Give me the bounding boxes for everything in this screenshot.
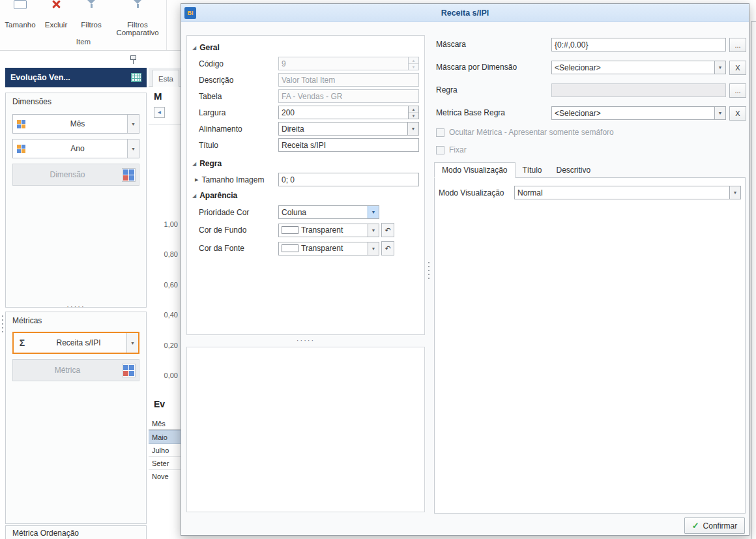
ocultar-metrica-label: Ocultar Métrica - Apresentar somente sem… <box>449 128 614 137</box>
sidebar-edge-splitter[interactable] <box>1 315 5 332</box>
regra-label: Regra <box>436 85 458 95</box>
cor-fundo-dropdown[interactable]: Transparent ▼ <box>278 224 379 237</box>
dimension-drop-slot[interactable]: Dimensão <box>12 164 139 186</box>
tab-titulo[interactable]: Título <box>516 162 549 178</box>
collapsed-icon[interactable]: ▶ <box>195 177 198 182</box>
property-splitter-handle[interactable]: ····· <box>186 336 425 344</box>
mascara-dim-dropdown[interactable]: <Selecionar> ▼ <box>551 61 726 74</box>
backdrop-panel-title: M <box>154 91 162 102</box>
axis-label: 0,00 <box>149 371 178 379</box>
mascara-input[interactable]: {0:#,0.00} <box>551 38 726 51</box>
property-grid: ◢ Geral Código 9 ▲▼ Descrição Valor Tota… <box>186 35 425 335</box>
backdrop-tabbar: Esta <box>149 68 181 87</box>
cor-fundo-label: Cor de Fundo <box>187 226 278 235</box>
expanded-icon: ◢ <box>192 45 196 51</box>
metrica-base-clear-button[interactable]: X <box>729 106 746 121</box>
panel-title: Evolução Ven... <box>5 68 147 87</box>
nav-left-button[interactable]: ◄ <box>154 107 165 118</box>
dialog-splitter-handle[interactable] <box>427 262 431 279</box>
field-chooser-icon[interactable] <box>122 364 136 377</box>
reset-color-button[interactable]: ↶ <box>381 223 394 237</box>
ocultar-metrica-checkbox[interactable] <box>436 128 444 137</box>
table-row[interactable]: Maio <box>149 430 181 444</box>
chevron-down-icon[interactable]: ▼ <box>714 61 725 74</box>
bi-logo-icon: BI <box>184 7 196 19</box>
prioridade-dropdown[interactable]: Coluna ▼ <box>278 205 379 219</box>
metric-item-receita[interactable]: Σ Receita s/IPI ▼ <box>12 332 139 354</box>
property-row-cor-fundo: Cor de Fundo Transparent ▼ ↶ <box>187 221 424 239</box>
tabela-label: Tabela <box>187 92 278 101</box>
dimension-icon <box>17 145 25 153</box>
dialog-titlebar[interactable]: Receita s/IPI BI <box>181 4 749 22</box>
alinhamento-dropdown[interactable]: Direita ▼ <box>278 122 419 136</box>
color-swatch <box>282 244 298 252</box>
property-row-codigo: Código 9 ▲▼ <box>187 55 424 72</box>
dimension-item-mes[interactable]: Mês ▼ <box>12 114 139 134</box>
property-row-alinhamento: Alinhamento Direita ▼ <box>187 121 424 137</box>
spinner[interactable]: ▲▼ <box>408 57 418 70</box>
table-row[interactable]: Nove <box>149 470 181 483</box>
axis-label: 1,00 <box>149 220 178 228</box>
filter-icon <box>86 0 96 8</box>
mascara-browse-button[interactable]: ... <box>729 38 746 52</box>
chevron-down-icon[interactable]: ▼ <box>127 115 139 133</box>
alinhamento-label: Alinhamento <box>187 124 278 134</box>
regra-browse-button[interactable]: ... <box>729 83 746 98</box>
mascara-dim-clear-button[interactable]: X <box>729 61 746 75</box>
spin-up-icon[interactable]: ▲ <box>409 106 418 113</box>
regra-input[interactable] <box>551 83 726 97</box>
group-header-regra[interactable]: ◢ Regra <box>187 156 424 171</box>
empty-panel <box>186 347 425 512</box>
field-chooser-icon[interactable] <box>122 168 136 182</box>
spin-up-icon[interactable]: ▲ <box>409 57 418 64</box>
chevron-down-icon[interactable]: ▼ <box>368 206 379 218</box>
chevron-down-icon[interactable]: ▼ <box>368 224 379 237</box>
codigo-input[interactable]: 9 ▲▼ <box>278 57 419 70</box>
backdrop-table-title: Ev <box>154 399 165 409</box>
titulo-input[interactable]: Receita s/IPI <box>278 138 419 152</box>
chevron-down-icon[interactable]: ▼ <box>729 186 740 199</box>
table-row[interactable]: Julho <box>149 444 181 457</box>
confirmar-button[interactable]: ✓ Confirmar <box>684 517 745 534</box>
tabela-input[interactable]: FA - Vendas - GR <box>278 89 419 103</box>
fixar-checkbox[interactable] <box>436 146 444 154</box>
spin-down-icon[interactable]: ▼ <box>409 64 418 70</box>
pin-icon[interactable] <box>128 55 138 66</box>
toolbar-group-label: Item <box>0 38 167 46</box>
property-row-tabela: Tabela FA - Vendas - GR <box>187 88 424 104</box>
chevron-down-icon[interactable]: ▼ <box>368 242 379 255</box>
chevron-down-icon[interactable]: ▼ <box>407 123 418 135</box>
axis-label: 0,80 <box>149 250 178 258</box>
metric-drop-slot[interactable]: Métrica <box>12 359 139 381</box>
tab-modo-visualizacao[interactable]: Modo Visualização <box>434 162 516 178</box>
descricao-input[interactable]: Valor Total Item <box>278 73 419 87</box>
spinner[interactable]: ▲▼ <box>408 106 418 119</box>
modo-visualizacao-dropdown[interactable]: Normal ▼ <box>514 186 741 199</box>
largura-input[interactable]: 200 ▲▼ <box>278 106 419 119</box>
group-header-aparencia[interactable]: ◢ Aparência <box>187 188 424 203</box>
toolbar-group-item: Tamanho Excluir Filtros Filtros Comparat… <box>0 0 167 50</box>
reset-color-button[interactable]: ↶ <box>381 241 394 255</box>
titulo-label: Título <box>187 141 278 150</box>
spin-down-icon[interactable]: ▼ <box>409 113 418 119</box>
chevron-down-icon[interactable]: ▼ <box>126 333 138 353</box>
delete-icon <box>51 0 61 9</box>
cor-fonte-dropdown[interactable]: Transparent ▼ <box>278 242 379 255</box>
group-header-geral[interactable]: ◢ Geral <box>187 40 424 55</box>
tamanho-imagem-input[interactable]: 0; 0 <box>278 173 419 186</box>
dimensoes-group: Dimensões Mês ▼ Ano ▼ Dimensão <box>5 93 147 308</box>
chevron-down-icon[interactable]: ▼ <box>714 107 725 119</box>
backdrop-tab[interactable]: Esta <box>153 70 179 87</box>
metrica-ordenacao-group: Métrica Ordenação <box>5 525 147 539</box>
metrica-base-dropdown[interactable]: <Selecionar> ▼ <box>551 106 726 120</box>
expanded-icon: ◢ <box>192 161 196 167</box>
chevron-down-icon[interactable]: ▼ <box>127 139 139 158</box>
dialog-body: ◢ Geral Código 9 ▲▼ Descrição Valor Tota… <box>181 22 749 535</box>
metric-properties-dialog: Receita s/IPI BI ◢ Geral Código 9 ▲▼ <box>181 3 749 536</box>
axis-label: 0,20 <box>149 342 178 349</box>
tab-descritivo[interactable]: Descritivo <box>549 162 598 178</box>
dimension-item-ano[interactable]: Ano ▼ <box>12 139 139 158</box>
tamanho-imagem-label[interactable]: ▶ Tamanho Imagem <box>187 175 278 184</box>
table-row[interactable]: Seter <box>149 457 181 470</box>
sidebar-splitter-handle[interactable]: ····· <box>5 302 147 310</box>
